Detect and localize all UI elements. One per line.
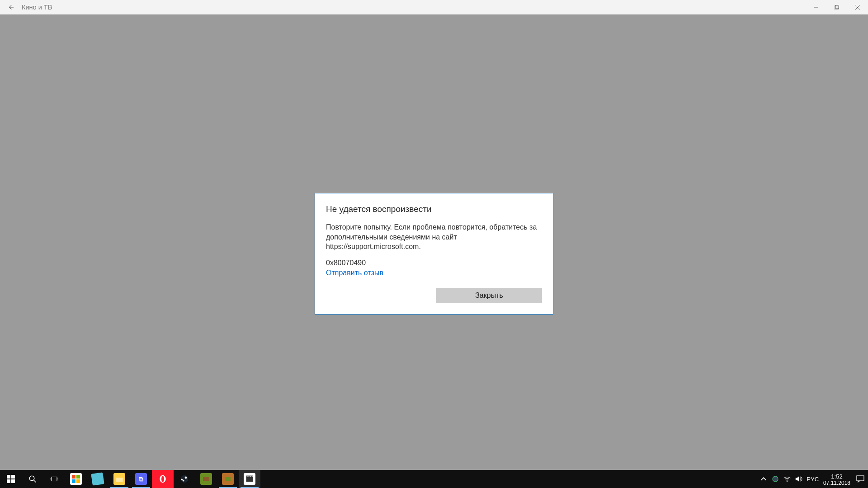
back-button[interactable] [0,0,22,14]
svg-marker-34 [796,476,799,481]
folder-icon [113,473,125,485]
minecraft-box-icon [222,473,234,485]
volume-icon [795,475,802,483]
taskbar-app-opera[interactable] [152,470,174,488]
task-view-button[interactable] [43,470,65,488]
svg-rect-30 [250,476,251,477]
dialog-title: Не удается воспроизвести [326,204,542,214]
movies-tv-icon [244,473,255,485]
circle-icon [772,475,779,483]
svg-point-32 [773,476,778,482]
window-controls [806,0,868,14]
system-tray: РУС 1:52 07.11.2018 [758,470,868,488]
dialog-message: Повторите попытку. Если проблема повтори… [326,222,542,252]
discord-icon: ⧉ [135,473,147,485]
taskbar-app-minecraft[interactable] [195,470,217,488]
app-body: Не удается воспроизвести Повторите попыт… [0,14,868,470]
svg-rect-26 [246,477,253,482]
svg-rect-18 [76,479,80,483]
taskbar-app-file-explorer[interactable] [108,470,130,488]
taskbar-app-minecraft-box[interactable] [217,470,239,488]
close-icon [855,5,860,9]
store-icon [70,473,82,485]
search-icon [28,475,37,483]
svg-rect-31 [252,476,253,477]
svg-point-33 [787,481,788,482]
svg-rect-3 [835,5,839,9]
opera-icon [159,475,167,483]
action-center-icon [856,475,864,483]
svg-point-21 [161,476,164,482]
maximize-button[interactable] [826,0,847,14]
dialog-buttons: Закрыть [326,288,542,303]
taskbar-app-steam[interactable] [174,470,195,488]
svg-rect-9 [11,479,15,483]
notes-icon [91,472,104,485]
arrow-left-icon [7,4,14,11]
clock-date: 07.11.2018 [821,480,853,487]
svg-rect-6 [7,475,10,479]
title-bar: Кино и ТВ [0,0,868,14]
clock-time: 1:52 [821,474,853,480]
taskbar: ⧉ [0,470,868,488]
start-button[interactable] [0,470,22,488]
tray-status-icon[interactable] [769,470,781,488]
dialog-close-button[interactable]: Закрыть [436,288,542,303]
maximize-icon [835,5,839,9]
svg-rect-19 [116,478,123,482]
dialog-error-code: 0x80070490 [326,259,542,267]
svg-point-22 [181,475,189,483]
svg-point-23 [185,477,187,479]
taskbar-app-discord[interactable]: ⧉ [130,470,152,488]
chevron-up-icon [760,475,767,483]
app-window: Кино и ТВ Не удается воспроизвести Повто… [0,0,868,470]
minimize-icon [814,5,818,9]
minimize-button[interactable] [806,0,826,14]
svg-rect-28 [247,476,248,477]
svg-rect-15 [72,475,75,479]
send-feedback-link[interactable]: Отправить отзыв [326,269,383,277]
action-center-button[interactable] [853,475,868,483]
svg-rect-17 [72,479,75,483]
svg-rect-7 [11,475,15,479]
windows-logo-icon [7,475,15,483]
taskbar-app-store[interactable] [65,470,87,488]
tray-volume-button[interactable] [793,470,805,488]
taskbar-app-notes[interactable] [87,470,108,488]
svg-rect-29 [249,476,250,477]
svg-rect-35 [857,476,864,481]
tray-overflow-button[interactable] [758,470,769,488]
steam-icon [180,475,189,483]
wifi-icon [783,475,791,483]
svg-rect-16 [76,475,80,479]
svg-line-11 [33,480,36,482]
svg-rect-2 [835,6,838,9]
tray-network-button[interactable] [781,470,793,488]
svg-rect-12 [52,477,57,481]
search-button[interactable] [22,470,43,488]
clock[interactable]: 1:52 07.11.2018 [821,472,853,487]
error-dialog: Не удается воспроизвести Повторите попыт… [315,193,553,314]
close-button[interactable] [847,0,868,14]
taskbar-app-movies-tv[interactable] [239,470,260,488]
window-title: Кино и ТВ [22,4,52,11]
svg-point-10 [29,476,34,481]
language-indicator[interactable]: РУС [805,476,821,483]
taskbar-apps: ⧉ [0,470,260,488]
task-view-icon [50,475,58,483]
minecraft-icon [200,473,212,485]
svg-rect-8 [7,479,10,483]
